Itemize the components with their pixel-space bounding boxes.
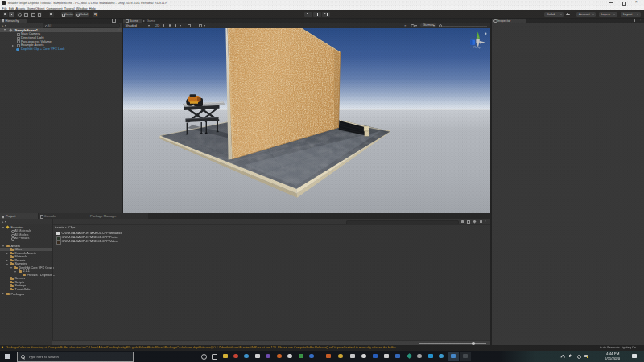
svg-text:‹ Persp: ‹ Persp: [473, 46, 481, 49]
